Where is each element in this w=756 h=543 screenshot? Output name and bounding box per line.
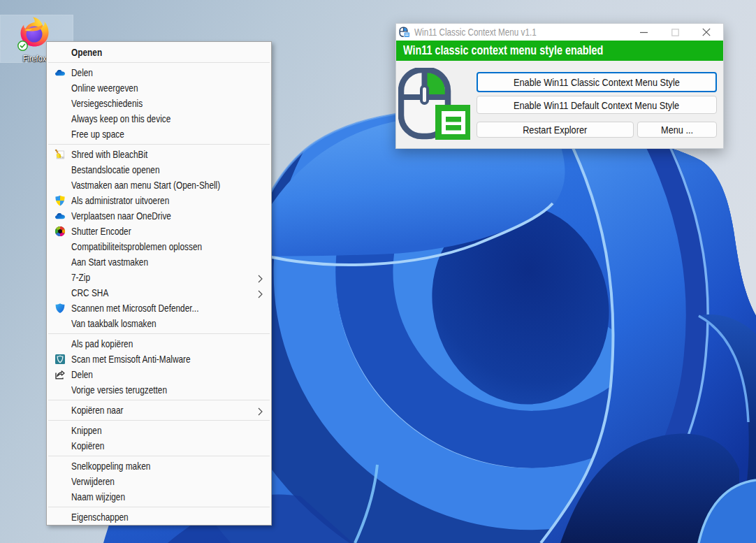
- menu-item[interactable]: Vastmaken aan menu Start (Open-Shell): [47, 178, 271, 193]
- menu-item-icon-spacer: [54, 318, 66, 329]
- menu-item-icon-spacer: [54, 113, 66, 124]
- menu-item-label: Delen: [71, 367, 93, 382]
- menu-item-label: Eigenschappen: [71, 509, 129, 525]
- menu-item-label: Compatibiliteitsproblemen oplossen: [71, 239, 202, 254]
- menu-item[interactable]: Knippen: [47, 423, 271, 438]
- menu-item[interactable]: Vorige versies terugzetten: [47, 382, 271, 398]
- onedrive-cloud-icon: [54, 210, 66, 222]
- enable-classic-style-button[interactable]: Enable Win11 Classic Context Menu Style: [477, 72, 717, 92]
- menu-separator: [48, 507, 270, 507]
- menu-item[interactable]: Snelkoppeling maken: [47, 458, 271, 474]
- mouse-logo-icon: [398, 68, 472, 143]
- menu-item-icon-spacer: [54, 98, 66, 109]
- enable-classic-style-button-label: Enable Win11 Classic Context Menu Style: [514, 76, 680, 88]
- menu-item[interactable]: Als pad kopiëren: [47, 336, 271, 352]
- uac-shield-icon: [54, 195, 66, 206]
- menu-item-icon-spacer: [54, 338, 66, 349]
- menu-item[interactable]: 7-Zip: [47, 270, 271, 285]
- menu-item[interactable]: Verwijderen: [47, 474, 271, 489]
- menu-item[interactable]: Eigenschappen: [47, 509, 271, 525]
- bleachbit-icon: [54, 149, 66, 160]
- onedrive-cloud-icon: [54, 67, 66, 78]
- menu-item-label: 7-Zip: [71, 270, 90, 285]
- menu-item-label: Knippen: [71, 423, 101, 438]
- shutter-encoder-icon: [54, 226, 66, 237]
- menu-item-label: Als pad kopiëren: [71, 336, 133, 352]
- menu-item[interactable]: Shred with BleachBit: [47, 147, 271, 162]
- menu-item[interactable]: Naam wijzigen: [47, 489, 271, 505]
- menu-item[interactable]: Shutter Encoder: [47, 224, 271, 239]
- emsisoft-shield-icon: [54, 354, 66, 365]
- menu-item-icon-spacer: [54, 47, 66, 58]
- menu-item[interactable]: Openen: [47, 45, 271, 60]
- app-mouse-icon: [399, 27, 410, 38]
- menu-item[interactable]: Delen: [47, 65, 271, 80]
- menu-item-icon-spacer: [54, 82, 66, 94]
- menu-button[interactable]: Menu ...: [637, 122, 717, 138]
- close-button[interactable]: [696, 24, 717, 41]
- menu-item[interactable]: Online weergeven: [47, 80, 271, 96]
- menu-item-label: Vorige versies terugzetten: [71, 382, 167, 398]
- menu-item[interactable]: Always keep on this device: [47, 111, 271, 126]
- menu-item[interactable]: Als administrator uitvoeren: [47, 193, 271, 208]
- defender-shield-icon: [54, 303, 66, 314]
- menu-item[interactable]: Kopiëren naar: [47, 403, 271, 418]
- menu-item-label: Kopiëren: [71, 438, 104, 454]
- menu-separator: [48, 420, 270, 421]
- enable-default-style-button-label: Enable Win11 Default Context Menu Style: [514, 99, 679, 111]
- minimize-button[interactable]: [633, 24, 654, 41]
- submenu-arrow-icon: [258, 273, 263, 282]
- menu-item-icon-spacer: [54, 405, 66, 416]
- menu-item-icon-spacer: [54, 476, 66, 487]
- restart-explorer-button-label: Restart Explorer: [523, 124, 587, 136]
- menu-item-label: Delen: [71, 65, 93, 80]
- status-banner: Win11 classic context menu style enabled: [396, 41, 723, 61]
- menu-item-label: Versiegeschiedenis: [71, 96, 143, 111]
- menu-item-icon-spacer: [54, 272, 66, 283]
- menu-separator: [48, 400, 270, 400]
- menu-item-label: Als administrator uitvoeren: [71, 193, 169, 208]
- menu-item[interactable]: Delen: [47, 367, 271, 382]
- menu-item-label: Openen: [71, 45, 102, 60]
- menu-button-label: Menu ...: [661, 124, 693, 136]
- menu-item-label: Shred with BleachBit: [71, 147, 147, 162]
- menu-item-icon-spacer: [54, 440, 66, 451]
- menu-item-icon-spacer: [54, 164, 66, 175]
- restart-explorer-button[interactable]: Restart Explorer: [477, 122, 634, 138]
- context-menu: OpenenDelenOnline weergevenVersiegeschie…: [46, 41, 272, 526]
- app-window: Win11 Classic Context Menu v1.1 Win11 cl…: [395, 23, 724, 149]
- menu-item[interactable]: Scan met Emsisoft Anti-Malware: [47, 352, 271, 367]
- enable-default-style-button[interactable]: Enable Win11 Default Context Menu Style: [477, 96, 717, 114]
- menu-item-icon-spacer: [54, 425, 66, 436]
- menu-item-label: Aan Start vastmaken: [71, 254, 148, 270]
- menu-item-label: Online weergeven: [71, 80, 138, 96]
- menu-item-label: Verplaatsen naar OneDrive: [71, 208, 171, 224]
- menu-item[interactable]: Compatibiliteitsproblemen oplossen: [47, 239, 271, 254]
- menu-item-label: Naam wijzigen: [71, 489, 125, 505]
- menu-item-label: Verwijderen: [71, 474, 115, 489]
- menu-item-label: Free up space: [71, 126, 124, 142]
- menu-item-label: Snelkoppeling maken: [71, 458, 150, 474]
- menu-item[interactable]: CRC SHA: [47, 285, 271, 301]
- menu-item[interactable]: Aan Start vastmaken: [47, 254, 271, 270]
- menu-separator: [48, 62, 270, 63]
- status-banner-text: Win11 classic context menu style enabled: [403, 41, 603, 60]
- menu-item[interactable]: Bestandslocatie openen: [47, 162, 271, 178]
- menu-item[interactable]: Free up space: [47, 126, 271, 142]
- menu-item-icon-spacer: [54, 461, 66, 472]
- menu-item[interactable]: Verplaatsen naar OneDrive: [47, 208, 271, 224]
- maximize-button[interactable]: [664, 24, 685, 41]
- menu-item[interactable]: Scannen met Microsoft Defender...: [47, 301, 271, 316]
- menu-item-label: Vastmaken aan menu Start (Open-Shell): [71, 178, 220, 193]
- menu-item-icon-spacer: [54, 384, 66, 396]
- menu-item[interactable]: Versiegeschiedenis: [47, 96, 271, 111]
- synced-check-icon: [17, 41, 28, 51]
- menu-item[interactable]: Van taakbalk losmaken: [47, 316, 271, 331]
- menu-separator: [48, 144, 270, 145]
- menu-item-icon-spacer: [54, 241, 66, 252]
- titlebar: Win11 Classic Context Menu v1.1: [396, 24, 723, 41]
- menu-item-label: Shutter Encoder: [71, 224, 131, 239]
- submenu-arrow-icon: [258, 406, 263, 414]
- menu-item[interactable]: Kopiëren: [47, 438, 271, 454]
- menu-item-label: Bestandslocatie openen: [71, 162, 159, 178]
